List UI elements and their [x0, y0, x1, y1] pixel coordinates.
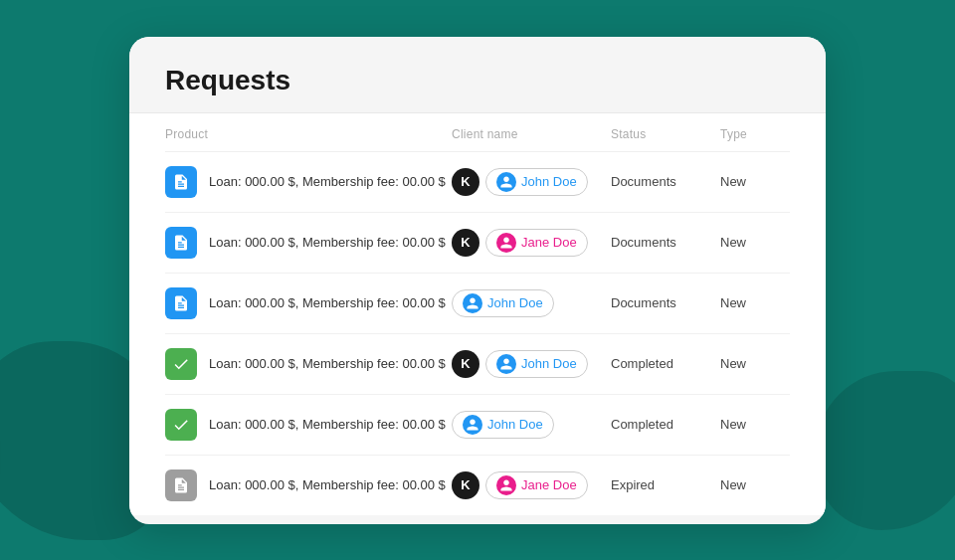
col-header-status: Status	[611, 127, 720, 141]
bg-decoration-right	[816, 371, 955, 530]
col-header-product: Product	[165, 127, 452, 141]
type-cell: New	[720, 356, 790, 371]
table-body: Loan: 000.00 $, Membership fee: 00.00 $K…	[165, 152, 790, 515]
avatar-k: K	[452, 471, 479, 499]
product-cell: Loan: 000.00 $, Membership fee: 00.00 $	[165, 287, 452, 319]
table-row[interactable]: Loan: 000.00 $, Membership fee: 00.00 $K…	[165, 334, 790, 395]
client-avatar	[496, 354, 516, 374]
product-text: Loan: 000.00 $, Membership fee: 00.00 $	[209, 417, 446, 432]
client-badge[interactable]: John Doe	[452, 411, 554, 439]
avatar-k: K	[452, 350, 479, 378]
product-cell: Loan: 000.00 $, Membership fee: 00.00 $	[165, 409, 452, 441]
client-cell: K John Doe	[452, 350, 611, 378]
product-text: Loan: 000.00 $, Membership fee: 00.00 $	[209, 235, 446, 250]
type-cell: New	[720, 235, 790, 250]
type-cell: New	[720, 417, 790, 432]
requests-card: Requests Product Client name Status Type…	[129, 37, 826, 524]
col-header-type: Type	[720, 127, 790, 141]
status-cell: Documents	[611, 295, 720, 310]
page-title: Requests	[165, 65, 790, 96]
client-cell: K John Doe	[452, 168, 611, 196]
product-icon-check	[165, 409, 197, 441]
client-badge[interactable]: John Doe	[452, 289, 554, 317]
client-avatar	[496, 172, 516, 192]
product-cell: Loan: 000.00 $, Membership fee: 00.00 $	[165, 348, 452, 380]
client-cell: K Jane Doe	[452, 471, 611, 499]
client-avatar	[463, 415, 482, 435]
card-body: Product Client name Status Type Loan: 00…	[129, 113, 826, 515]
status-cell: Documents	[611, 174, 720, 189]
client-avatar	[496, 475, 516, 495]
status-cell: Expired	[611, 477, 720, 492]
client-cell: John Doe	[452, 411, 611, 439]
product-text: Loan: 000.00 $, Membership fee: 00.00 $	[209, 295, 446, 310]
card-header: Requests	[129, 37, 826, 113]
product-icon-document	[165, 166, 197, 198]
type-cell: New	[720, 295, 790, 310]
status-cell: Completed	[611, 356, 720, 371]
product-text: Loan: 000.00 $, Membership fee: 00.00 $	[209, 174, 446, 189]
table-row[interactable]: Loan: 000.00 $, Membership fee: 00.00 $ …	[165, 274, 790, 334]
type-cell: New	[720, 477, 790, 492]
status-cell: Documents	[611, 235, 720, 250]
table-header: Product Client name Status Type	[165, 113, 790, 152]
product-icon-document	[165, 227, 197, 259]
client-name: John Doe	[521, 174, 577, 189]
table-row[interactable]: Loan: 000.00 $, Membership fee: 00.00 $K…	[165, 456, 790, 515]
avatar-k: K	[452, 168, 479, 196]
product-text: Loan: 000.00 $, Membership fee: 00.00 $	[209, 356, 446, 371]
client-cell: John Doe	[452, 289, 611, 317]
col-header-client: Client name	[452, 127, 611, 141]
product-cell: Loan: 000.00 $, Membership fee: 00.00 $	[165, 227, 452, 259]
client-name: John Doe	[487, 295, 543, 310]
client-avatar	[496, 233, 516, 253]
type-cell: New	[720, 174, 790, 189]
product-icon-check	[165, 348, 197, 380]
client-name: John Doe	[521, 356, 577, 371]
product-icon-document	[165, 287, 197, 319]
client-badge[interactable]: John Doe	[485, 350, 588, 378]
product-icon-document	[165, 469, 197, 501]
product-text: Loan: 000.00 $, Membership fee: 00.00 $	[209, 477, 446, 492]
client-avatar	[463, 293, 482, 313]
client-badge[interactable]: Jane Doe	[485, 229, 588, 257]
client-name: Jane Doe	[521, 235, 577, 250]
client-cell: K Jane Doe	[452, 229, 611, 257]
client-badge[interactable]: Jane Doe	[485, 471, 588, 499]
status-cell: Completed	[611, 417, 720, 432]
table-row[interactable]: Loan: 000.00 $, Membership fee: 00.00 $K…	[165, 152, 790, 213]
product-cell: Loan: 000.00 $, Membership fee: 00.00 $	[165, 166, 452, 198]
table-row[interactable]: Loan: 000.00 $, Membership fee: 00.00 $K…	[165, 213, 790, 274]
client-name: Jane Doe	[521, 477, 577, 492]
product-cell: Loan: 000.00 $, Membership fee: 00.00 $	[165, 469, 452, 501]
client-name: John Doe	[487, 417, 543, 432]
table-row[interactable]: Loan: 000.00 $, Membership fee: 00.00 $ …	[165, 395, 790, 456]
client-badge[interactable]: John Doe	[485, 168, 588, 196]
avatar-k: K	[452, 229, 479, 257]
